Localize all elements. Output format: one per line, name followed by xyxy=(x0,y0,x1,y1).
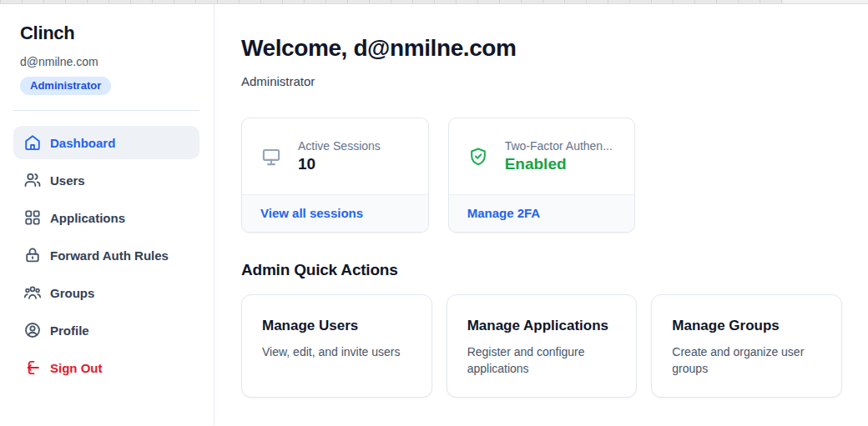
sidebar-item-label: Groups xyxy=(50,286,94,300)
monitor-icon xyxy=(260,146,282,168)
main-content: Welcome, d@nmilne.com Administrator Acti… xyxy=(214,4,868,425)
sidebar-item-sign-out[interactable]: Sign Out xyxy=(13,351,199,384)
stat-card-footer: View all sessions xyxy=(242,194,428,232)
user-circle-icon xyxy=(23,321,42,339)
sidebar: Clinch d@nmilne.com Administrator Dashbo… xyxy=(0,4,214,425)
user-email: d@nmilne.com xyxy=(20,55,199,68)
stat-grid-empty-cell xyxy=(654,118,842,233)
sign-out-icon xyxy=(23,358,42,377)
sidebar-item-forward-auth-rules[interactable]: Forward Auth Rules xyxy=(13,238,199,272)
action-card-title: Manage Applications xyxy=(467,318,617,334)
action-card-title: Manage Users xyxy=(262,318,411,334)
groups-icon xyxy=(23,283,42,302)
sidebar-item-users[interactable]: Users xyxy=(13,163,199,197)
manage-2fa-link[interactable]: Manage 2FA xyxy=(467,206,541,220)
stat-value: 10 xyxy=(298,155,381,173)
stat-card-two-factor: Two-Factor Authen... Enabled Manage 2FA xyxy=(448,118,636,233)
users-icon xyxy=(23,171,42,189)
browser-tab-strip xyxy=(0,0,868,4)
sidebar-nav: Dashboard Users Applications xyxy=(13,126,199,384)
stat-card-footer: Manage 2FA xyxy=(449,194,635,232)
action-card-description: Register and configure applications xyxy=(467,343,617,378)
manage-users-card[interactable]: Manage Users View, edit, and invite user… xyxy=(241,294,432,398)
sidebar-item-label: Profile xyxy=(50,323,89,338)
sidebar-item-label: Users xyxy=(50,173,85,188)
stat-label: Active Sessions xyxy=(298,139,381,153)
shield-check-icon xyxy=(467,146,489,168)
manage-groups-card[interactable]: Manage Groups Create and organize user g… xyxy=(651,294,842,398)
role-badge: Administrator xyxy=(20,77,111,95)
home-icon xyxy=(23,133,42,152)
manage-applications-card[interactable]: Manage Applications Register and configu… xyxy=(447,294,638,398)
stat-card-body: Two-Factor Authen... Enabled xyxy=(449,118,635,194)
action-card-description: Create and organize user groups xyxy=(672,343,821,378)
grid-icon xyxy=(23,208,42,227)
quick-actions-row: Manage Users View, edit, and invite user… xyxy=(241,294,842,398)
quick-actions-heading: Admin Quick Actions xyxy=(241,261,842,279)
page-subtitle: Administrator xyxy=(241,74,842,88)
stat-card-body: Active Sessions 10 xyxy=(242,118,428,194)
sidebar-divider xyxy=(13,110,199,111)
sidebar-item-profile[interactable]: Profile xyxy=(13,313,199,347)
sidebar-item-label: Forward Auth Rules xyxy=(50,248,169,263)
page-title: Welcome, d@nmilne.com xyxy=(241,35,842,62)
stat-card-row: Active Sessions 10 View all sessions Two… xyxy=(241,118,842,233)
sidebar-item-groups[interactable]: Groups xyxy=(13,276,199,309)
sidebar-item-applications[interactable]: Applications xyxy=(13,201,199,234)
stat-label: Two-Factor Authen... xyxy=(505,139,613,153)
stat-text: Active Sessions 10 xyxy=(298,139,381,173)
app-logo: Clinch xyxy=(20,23,199,44)
stat-text: Two-Factor Authen... Enabled xyxy=(505,139,613,173)
app-layout: Clinch d@nmilne.com Administrator Dashbo… xyxy=(0,4,868,425)
sidebar-item-label: Sign Out xyxy=(50,361,103,375)
sidebar-item-dashboard[interactable]: Dashboard xyxy=(13,126,199,159)
stat-value: Enabled xyxy=(505,155,613,173)
lock-icon xyxy=(23,246,42,264)
sidebar-item-label: Dashboard xyxy=(50,136,115,150)
sidebar-item-label: Applications xyxy=(50,211,125,225)
action-card-description: View, edit, and invite users xyxy=(262,343,411,360)
view-all-sessions-link[interactable]: View all sessions xyxy=(260,206,363,220)
action-card-title: Manage Groups xyxy=(672,318,821,334)
browser-tab-strip-end xyxy=(783,0,868,3)
stat-card-active-sessions: Active Sessions 10 View all sessions xyxy=(241,118,429,233)
